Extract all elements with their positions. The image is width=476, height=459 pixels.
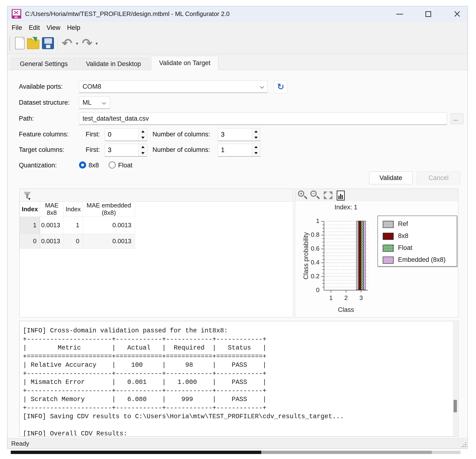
y-tick-label: 1 <box>305 217 320 225</box>
zoom-out-button[interactable]: − <box>310 190 320 200</box>
arrow-up-icon <box>254 146 258 148</box>
feature-first-spinner[interactable] <box>105 128 147 141</box>
radio-8x8-label: 8x8 <box>88 162 99 169</box>
target-first-label: First: <box>86 146 100 154</box>
redo-button[interactable]: ↷ <box>80 36 94 51</box>
table-cell[interactable]: 0.0013 <box>40 217 63 234</box>
log-scrollbar[interactable] <box>453 322 458 436</box>
refresh-ports-button[interactable]: ↻ <box>274 80 288 93</box>
y-tick-minor <box>322 259 324 260</box>
y-tick-minor <box>322 283 324 284</box>
path-input[interactable]: test_data/test_data.csv <box>79 113 447 125</box>
open-file-button[interactable] <box>26 36 40 51</box>
spin-up-button[interactable] <box>252 144 260 150</box>
target-first-input[interactable] <box>108 144 138 156</box>
spin-buttons <box>252 144 260 156</box>
legend-label: Embedded (8x8) <box>398 256 446 263</box>
table-cell[interactable]: 0.0013 <box>83 234 135 249</box>
legend-swatch <box>383 233 394 240</box>
column-header[interactable]: Index <box>63 202 83 217</box>
fit-view-icon <box>329 196 332 199</box>
screen-edge <box>11 451 261 454</box>
dataset-structure-value: ML <box>83 99 92 106</box>
radio-8x8[interactable] <box>79 161 86 169</box>
table-cell[interactable]: 0 <box>63 234 83 249</box>
y-tick-minor <box>322 232 324 232</box>
spin-down-button[interactable] <box>252 150 260 156</box>
y-tick-minor <box>322 228 324 228</box>
export-chart-button[interactable] <box>336 190 346 200</box>
y-tick-minor <box>322 256 324 256</box>
target-count-spinner[interactable] <box>218 144 260 157</box>
browse-button[interactable]: ... <box>451 113 464 124</box>
column-header[interactable]: Index <box>20 202 40 217</box>
filter-button[interactable]: ▼ <box>22 190 33 201</box>
table-row[interactable]: 00.001300.0013 <box>20 234 135 249</box>
column-header[interactable]: MAE embedded (8x8) <box>83 202 135 217</box>
path-label: Path: <box>19 115 34 122</box>
tab-validate-on-target[interactable]: Validate on Target <box>151 56 219 70</box>
feature-first-input[interactable] <box>108 128 138 141</box>
zoom-in-button[interactable]: + <box>298 190 308 200</box>
tab-general-settings[interactable]: General Settings <box>12 58 76 70</box>
tab-validate-in-desktop[interactable]: Validate in Desktop <box>78 58 149 70</box>
column-header[interactable]: MAE 8x8 <box>40 202 63 217</box>
undo-button[interactable]: ↶ <box>60 36 74 51</box>
available-ports-combo[interactable]: COM8 <box>79 81 267 93</box>
toolbar-grip[interactable] <box>9 37 10 50</box>
fit-view-button[interactable] <box>323 190 333 200</box>
table-cell[interactable]: 0.0013 <box>40 234 63 249</box>
table-row[interactable]: 10.001310.0013 <box>20 217 135 234</box>
maximize-button[interactable] <box>420 6 437 22</box>
close-button[interactable] <box>448 6 466 22</box>
y-tick-minor <box>322 225 324 225</box>
minimize-icon <box>396 14 403 15</box>
x-tick <box>346 290 346 292</box>
legend-item: 8x8 <box>378 230 457 242</box>
chart-toolbar: + − <box>295 189 458 201</box>
minimize-button[interactable] <box>391 6 408 22</box>
table-cell[interactable]: 0 <box>20 234 40 249</box>
target-first-spinner[interactable] <box>105 144 147 157</box>
y-tick-minor <box>322 287 324 287</box>
x-tick <box>331 290 331 292</box>
spin-down-button[interactable] <box>139 150 147 156</box>
spin-down-button[interactable] <box>139 135 147 141</box>
y-tick-minor <box>322 238 324 239</box>
feature-count-input[interactable] <box>221 128 251 141</box>
menu-help[interactable]: Help <box>64 24 84 32</box>
spin-buttons <box>252 128 260 141</box>
y-tick-label: 0.6 <box>305 245 320 252</box>
title-bar[interactable]: ML C:/Users/Horia/mtw/TEST_PROFILER/desi… <box>7 6 468 22</box>
feature-count-spinner[interactable] <box>218 128 260 141</box>
table-cell[interactable]: 1 <box>63 217 83 234</box>
log-scrollbar-thumb[interactable] <box>454 400 457 412</box>
spin-up-button[interactable] <box>139 144 147 150</box>
y-tick-minor <box>322 269 324 270</box>
spin-up-button[interactable] <box>139 128 147 135</box>
refresh-icon: ↻ <box>277 82 284 92</box>
dataset-structure-label: Dataset structure: <box>19 99 70 106</box>
feature-count-label: Number of columns: <box>153 131 210 138</box>
tab-bar: General SettingsValidate in DesktopValid… <box>12 56 221 70</box>
menu-file[interactable]: File <box>8 24 26 32</box>
target-count-input[interactable] <box>221 144 251 156</box>
table-cell[interactable]: 0.0013 <box>83 217 135 234</box>
resize-grip[interactable] <box>461 442 466 447</box>
dataset-structure-combo[interactable]: ML <box>79 97 110 109</box>
new-file-icon <box>15 37 25 49</box>
x-tick <box>361 290 361 292</box>
spin-up-button[interactable] <box>252 128 260 135</box>
menu-view[interactable]: View <box>43 24 64 32</box>
cancel-button[interactable]: Cancel <box>417 171 460 184</box>
menu-edit[interactable]: Edit <box>26 24 43 32</box>
spin-down-button[interactable] <box>252 135 260 141</box>
radio-float[interactable] <box>109 161 116 169</box>
table-cell[interactable]: 1 <box>20 217 40 234</box>
legend-swatch <box>383 245 394 252</box>
validate-button[interactable]: Validate <box>369 171 413 184</box>
arrow-down-icon <box>141 152 144 154</box>
bar-embedded-8x8- <box>363 221 366 290</box>
save-button[interactable] <box>42 36 54 51</box>
new-file-button[interactable] <box>15 36 26 51</box>
